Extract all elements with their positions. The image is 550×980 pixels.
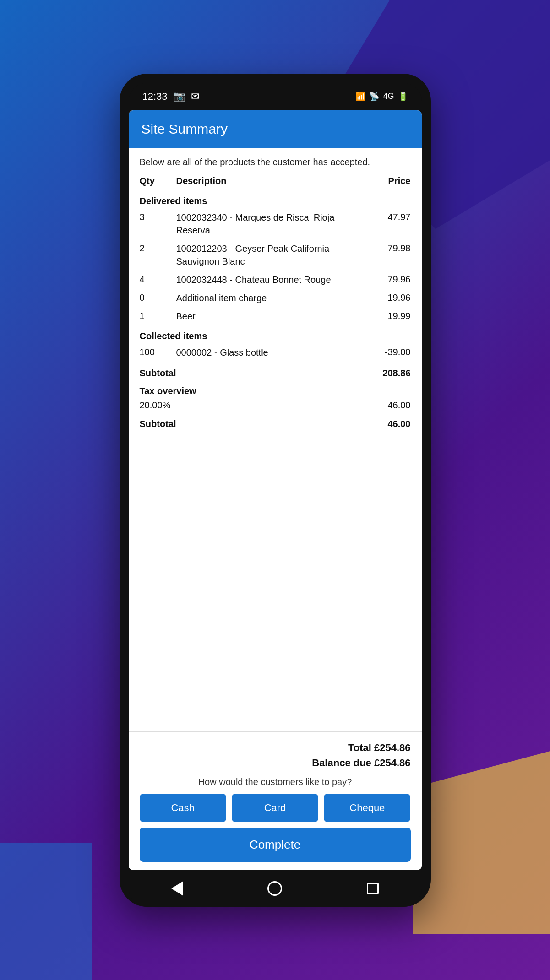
screenshot-icon: 📷	[173, 91, 185, 103]
item-desc: Additional item charge	[176, 292, 365, 304]
subtotal-row: Subtotal 208.86	[140, 362, 411, 382]
status-time: 12:33	[142, 91, 168, 103]
cheque-button[interactable]: Cheque	[324, 794, 410, 822]
item-desc: 1002032448 - Chateau Bonnet Rouge	[176, 273, 365, 286]
tax-subtotal-value: 46.00	[387, 419, 410, 429]
item-price: -39.00	[365, 346, 411, 357]
table-row: 1 Beer 19.99	[140, 307, 411, 325]
item-qty: 0	[140, 292, 176, 303]
balance-value: 254.86	[380, 757, 410, 769]
table-row: 3 1002032340 - Marques de Riscal Rioja R…	[140, 208, 411, 239]
4g-icon: 4G	[383, 92, 394, 101]
item-qty: 100	[140, 346, 176, 357]
item-qty: 2	[140, 242, 176, 254]
tax-rate-row: 20.00% 46.00	[140, 398, 411, 412]
item-price: 19.96	[365, 292, 411, 303]
main-content: Below are all of the products the custom…	[129, 148, 422, 731]
email-icon: ✉	[191, 91, 199, 103]
col-desc-header: Description	[176, 176, 365, 186]
battery-icon: 🔋	[398, 92, 408, 102]
bottom-section: Total £254.86 Balance due £254.86 How wo…	[129, 731, 422, 870]
wifi-icon: 📡	[369, 92, 379, 102]
item-desc: 1002012203 - Geyser Peak California Sauv…	[176, 242, 365, 268]
bg-decoration-3	[0, 843, 92, 980]
item-qty: 3	[140, 211, 176, 222]
table-row: 2 1002012203 - Geyser Peak California Sa…	[140, 239, 411, 271]
item-desc: 0000002 - Glass bottle	[176, 346, 365, 359]
item-desc: 1002032340 - Marques de Riscal Rioja Res…	[176, 211, 365, 237]
tax-rate-value: 46.00	[387, 400, 410, 411]
payment-question: How would the customers like to pay?	[140, 777, 411, 787]
home-icon	[267, 881, 282, 896]
complete-button[interactable]: Complete	[140, 828, 411, 862]
table-row: 100 0000002 - Glass bottle -39.00	[140, 343, 411, 362]
item-qty: 1	[140, 310, 176, 321]
status-bar: 12:33 📷 ✉ 📶 📡 4G 🔋	[129, 83, 422, 110]
phone-frame: 12:33 📷 ✉ 📶 📡 4G 🔋 Site Summary Below ar…	[120, 74, 431, 907]
home-nav-button[interactable]	[261, 875, 289, 902]
divider	[129, 438, 422, 438]
app-header: Site Summary	[129, 110, 422, 148]
item-qty: 4	[140, 273, 176, 285]
nav-bar	[129, 870, 422, 907]
total-line: Total £254.86	[140, 740, 411, 755]
signal-icon: 📶	[355, 92, 365, 102]
total-label: Total £	[348, 742, 380, 753]
collected-header: Collected items	[140, 325, 411, 343]
cash-button[interactable]: Cash	[140, 794, 226, 822]
bg-decoration-2	[413, 751, 550, 934]
totals-area: Total £254.86 Balance due £254.86	[140, 740, 411, 770]
item-price: 79.98	[365, 242, 411, 254]
page-title: Site Summary	[142, 121, 228, 136]
phone-screen: Site Summary Below are all of the produc…	[129, 110, 422, 870]
status-time-area: 12:33 📷 ✉	[142, 91, 199, 103]
table-row: 0 Additional item charge 19.96	[140, 289, 411, 307]
subtotal-value: 208.86	[382, 368, 410, 379]
table-row: 4 1002032448 - Chateau Bonnet Rouge 79.9…	[140, 271, 411, 289]
item-price: 79.96	[365, 273, 411, 285]
item-desc: Beer	[176, 310, 365, 323]
recents-nav-button[interactable]	[359, 875, 387, 902]
total-value: 254.86	[380, 742, 410, 753]
back-nav-button[interactable]	[163, 875, 191, 902]
col-qty-header: Qty	[140, 176, 176, 186]
item-price: 19.99	[365, 310, 411, 321]
payment-buttons: Cash Card Cheque	[140, 794, 411, 822]
intro-text: Below are all of the products the custom…	[129, 148, 422, 172]
tax-subtotal-label: Subtotal	[140, 419, 176, 429]
table-header: Qty Description Price	[140, 172, 411, 190]
recents-icon	[367, 883, 379, 894]
balance-label: Balance due £	[312, 757, 380, 769]
subtotal-label: Subtotal	[140, 368, 176, 379]
status-right-icons: 📶 📡 4G 🔋	[355, 92, 408, 102]
item-price: 47.97	[365, 211, 411, 222]
summary-table: Qty Description Price Delivered items 3 …	[129, 172, 422, 433]
tax-header: Tax overview	[140, 382, 411, 398]
delivered-header: Delivered items	[140, 190, 411, 208]
tax-rate-label: 20.00%	[140, 400, 171, 411]
balance-line: Balance due £254.86	[140, 755, 411, 770]
col-price-header: Price	[365, 176, 411, 186]
back-icon	[171, 881, 183, 896]
tax-subtotal-row: Subtotal 46.00	[140, 412, 411, 433]
card-button[interactable]: Card	[232, 794, 318, 822]
